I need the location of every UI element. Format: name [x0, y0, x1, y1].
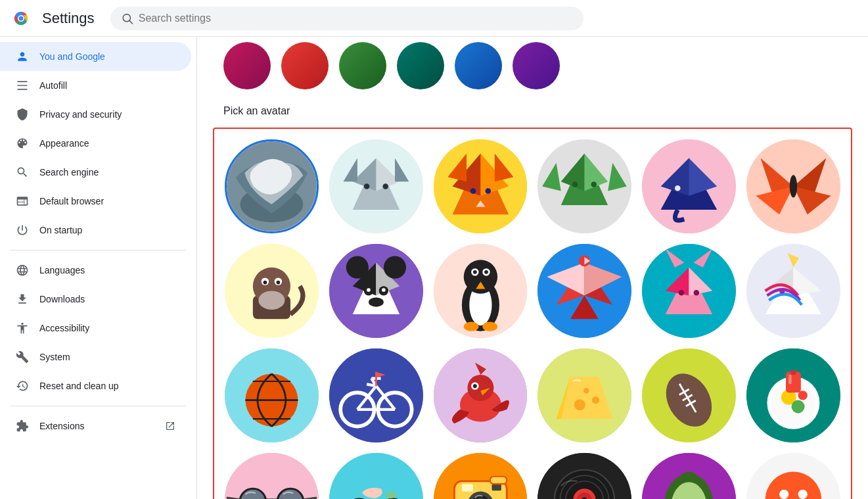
- avatar-item[interactable]: [537, 139, 631, 233]
- svg-point-50: [277, 281, 281, 285]
- svg-point-61: [369, 297, 384, 306]
- sidebar-label-downloads: Downloads: [39, 294, 85, 304]
- svg-point-68: [473, 270, 477, 274]
- avatar-item[interactable]: [434, 348, 528, 442]
- svg-point-55: [346, 256, 369, 278]
- avatar-item[interactable]: [329, 453, 423, 499]
- content-area: Pick an avatar: [197, 37, 868, 499]
- svg-point-14: [382, 183, 388, 189]
- search-icon: [16, 166, 29, 179]
- avatar-item[interactable]: [329, 244, 423, 338]
- autofill-icon: [16, 79, 29, 92]
- sidebar-item-accessibility[interactable]: Accessibility: [0, 314, 191, 343]
- svg-point-185: [681, 471, 697, 481]
- page-title: Settings: [42, 10, 95, 27]
- sidebar-item-languages[interactable]: Languages: [0, 256, 191, 285]
- avatar-item[interactable]: [642, 453, 736, 499]
- sidebar-item-privacy[interactable]: Privacy and security: [0, 100, 191, 129]
- avatar-item[interactable]: [746, 453, 840, 499]
- avatar-item[interactable]: [434, 244, 528, 338]
- sidebar-item-browser[interactable]: Default browser: [0, 187, 191, 216]
- sidebar-label-appearance: Appearance: [39, 138, 89, 149]
- svg-rect-138: [790, 370, 796, 375]
- avatar-item[interactable]: [329, 348, 423, 442]
- avatar-item[interactable]: [746, 139, 840, 233]
- avatar-item[interactable]: [329, 139, 423, 233]
- palette-icon: [16, 137, 29, 150]
- avatar-item[interactable]: [225, 348, 319, 442]
- svg-point-59: [367, 288, 371, 292]
- svg-point-135: [792, 400, 805, 413]
- svg-rect-168: [462, 484, 473, 491]
- avatar-item[interactable]: [642, 139, 736, 233]
- external-link-icon: [165, 421, 175, 431]
- avatar-grid: [225, 139, 840, 499]
- sidebar-item-reset[interactable]: Reset and clean up: [0, 371, 191, 400]
- avatar-item[interactable]: [746, 244, 840, 338]
- svg-line-108: [367, 384, 376, 386]
- search-icon: [121, 12, 133, 25]
- color-swatch[interactable]: [223, 42, 271, 89]
- svg-point-72: [482, 321, 497, 331]
- avatar-item[interactable]: [434, 453, 528, 499]
- svg-point-121: [574, 399, 585, 410]
- color-swatch[interactable]: [455, 42, 502, 89]
- svg-point-56: [384, 256, 406, 278]
- sidebar-item-autofill[interactable]: Autofill: [0, 71, 191, 100]
- color-swatch[interactable]: [339, 42, 386, 89]
- sidebar-label-startup: On startup: [39, 225, 82, 235]
- svg-rect-137: [786, 371, 801, 392]
- svg-point-113: [467, 375, 493, 401]
- puzzle-icon: [16, 419, 29, 433]
- power-icon: [16, 224, 29, 237]
- sidebar-divider-2: [11, 406, 186, 406]
- sidebar-item-downloads[interactable]: Downloads: [0, 285, 191, 314]
- avatar-item[interactable]: [225, 453, 319, 499]
- svg-point-60: [382, 288, 386, 292]
- sidebar-item-appearance[interactable]: Appearance: [0, 129, 191, 158]
- history-icon: [16, 379, 29, 392]
- svg-point-116: [473, 384, 477, 388]
- search-bar[interactable]: [110, 7, 583, 30]
- svg-point-13: [364, 183, 370, 189]
- avatar-item[interactable]: [746, 348, 840, 442]
- svg-point-188: [779, 489, 788, 498]
- avatar-item[interactable]: [642, 348, 736, 442]
- avatar-item[interactable]: [225, 139, 319, 233]
- search-input[interactable]: [139, 12, 573, 24]
- svg-point-69: [484, 270, 488, 274]
- color-swatch[interactable]: [281, 42, 329, 89]
- avatar-item[interactable]: [642, 244, 736, 338]
- sidebar-label-autofill: Autofill: [39, 80, 67, 91]
- svg-point-22: [485, 188, 491, 194]
- sidebar-item-you-google[interactable]: You and Google: [0, 42, 191, 71]
- sidebar-item-system[interactable]: System: [0, 343, 191, 371]
- svg-point-122: [592, 396, 599, 404]
- sidebar-item-extensions[interactable]: Extensions: [0, 412, 191, 440]
- sidebar-label-extensions: Extensions: [39, 421, 84, 431]
- person-icon: [16, 50, 29, 63]
- sidebar-label-you-google: You and Google: [39, 51, 105, 62]
- sidebar-label-reset: Reset and clean up: [39, 381, 119, 391]
- avatar-item[interactable]: [434, 139, 528, 233]
- color-swatch[interactable]: [513, 42, 560, 89]
- download-icon: [16, 293, 29, 306]
- sidebar-divider-1: [11, 250, 186, 250]
- avatar-item[interactable]: [537, 244, 631, 338]
- svg-point-71: [463, 321, 478, 331]
- svg-line-4: [129, 20, 132, 23]
- svg-point-49: [263, 281, 267, 285]
- accessibility-icon: [16, 321, 29, 335]
- shield-icon: [16, 108, 29, 121]
- svg-point-31: [591, 181, 597, 187]
- color-swatch[interactable]: [397, 42, 444, 89]
- avatar-item[interactable]: [537, 348, 631, 442]
- browser-icon: [16, 195, 29, 208]
- sidebar-item-startup[interactable]: On startup: [0, 216, 191, 245]
- avatar-item[interactable]: [225, 244, 319, 338]
- avatar-item[interactable]: [537, 453, 631, 499]
- wrench-icon: [16, 350, 29, 364]
- sidebar-item-search[interactable]: Search engine: [0, 158, 191, 187]
- sidebar-label-browser: Default browser: [39, 196, 104, 206]
- svg-rect-169: [491, 484, 501, 490]
